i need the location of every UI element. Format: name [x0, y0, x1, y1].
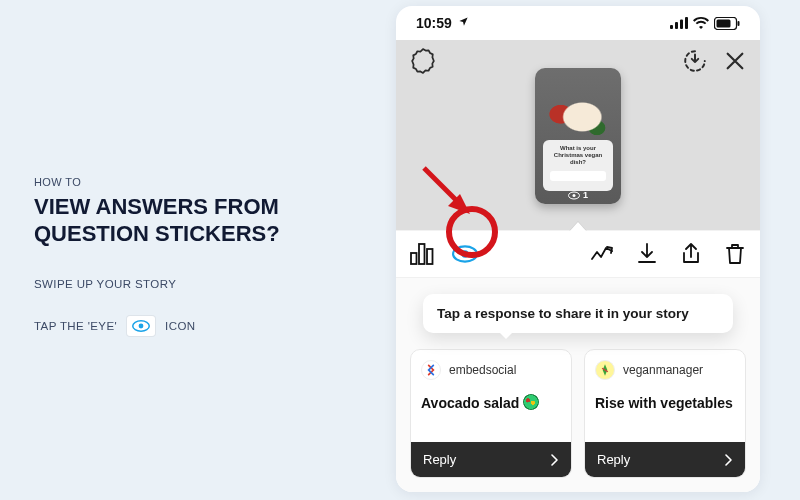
wifi-icon: [693, 17, 709, 29]
response-text: Avocado salad: [411, 386, 571, 442]
step-2-text-b: ICON: [165, 320, 195, 332]
story-views: 1: [535, 190, 621, 200]
headline: VIEW ANSWERS FROM QUESTION STICKERS?: [34, 194, 334, 248]
eye-icon: [568, 191, 580, 200]
insights-icon[interactable]: [410, 243, 434, 265]
location-icon: [458, 16, 469, 27]
svg-rect-2: [670, 25, 673, 29]
svg-rect-4: [680, 20, 683, 30]
badge-icon[interactable]: [410, 48, 436, 74]
step-2: TAP THE 'EYE' ICON: [34, 316, 334, 336]
story-preview-area: What is your Christmas vegan dish? 1: [396, 40, 760, 230]
trash-icon[interactable]: [724, 242, 746, 266]
story-thumbnail[interactable]: What is your Christmas vegan dish? 1: [535, 68, 621, 204]
step-1: SWIPE UP YOUR STORY: [34, 278, 334, 290]
response-username: embedsocial: [449, 363, 516, 377]
phone-frame: 10:59 What is your Christmas vegan dish?: [396, 6, 760, 492]
avatar: [595, 360, 615, 380]
save-progress-icon[interactable]: [682, 48, 708, 74]
svg-rect-8: [738, 21, 740, 26]
reply-button[interactable]: Reply: [585, 442, 745, 477]
response-username: veganmanager: [623, 363, 703, 377]
step-2-text-a: TAP THE 'EYE': [34, 320, 117, 332]
kicker: HOW TO: [34, 176, 334, 188]
reply-button[interactable]: Reply: [411, 442, 571, 477]
question-sticker: What is your Christmas vegan dish?: [543, 140, 613, 191]
chevron-right-icon: [725, 454, 733, 466]
svg-point-1: [139, 323, 144, 328]
share-icon[interactable]: [680, 242, 702, 266]
download-icon[interactable]: [636, 242, 658, 266]
question-text: What is your Christmas vegan dish?: [547, 145, 609, 166]
status-indicators: [670, 17, 740, 30]
chevron-right-icon: [551, 454, 559, 466]
answer-slot: [550, 171, 606, 181]
status-bar: 10:59: [396, 6, 760, 40]
response-text: Rise with vegetables: [585, 386, 745, 442]
svg-rect-3: [675, 22, 678, 29]
status-time: 10:59: [416, 15, 469, 31]
svg-rect-11: [411, 253, 417, 264]
promote-icon[interactable]: [590, 244, 614, 264]
cellular-icon: [670, 17, 688, 29]
tip-area: Tap a response to share it in your story: [396, 278, 760, 347]
responses-list: embedsocial Avocado salad Reply veganman…: [396, 347, 760, 492]
svg-rect-12: [419, 244, 425, 264]
instruction-panel: HOW TO VIEW ANSWERS FROM QUESTION STICKE…: [34, 176, 334, 362]
share-tip: Tap a response to share it in your story: [423, 294, 733, 333]
svg-point-15: [461, 250, 468, 257]
eye-icon: [127, 316, 155, 336]
svg-rect-13: [427, 249, 433, 264]
svg-rect-7: [717, 19, 731, 27]
avatar: [421, 360, 441, 380]
svg-rect-5: [685, 17, 688, 29]
response-card[interactable]: embedsocial Avocado salad Reply: [410, 349, 572, 478]
story-toolbar: [396, 230, 760, 278]
battery-icon: [714, 17, 740, 30]
close-icon[interactable]: [724, 50, 746, 72]
eye-icon[interactable]: [452, 245, 478, 263]
salad-emoji: [523, 394, 539, 410]
response-card[interactable]: veganmanager Rise with vegetables Reply: [584, 349, 746, 478]
svg-point-10: [572, 194, 575, 197]
